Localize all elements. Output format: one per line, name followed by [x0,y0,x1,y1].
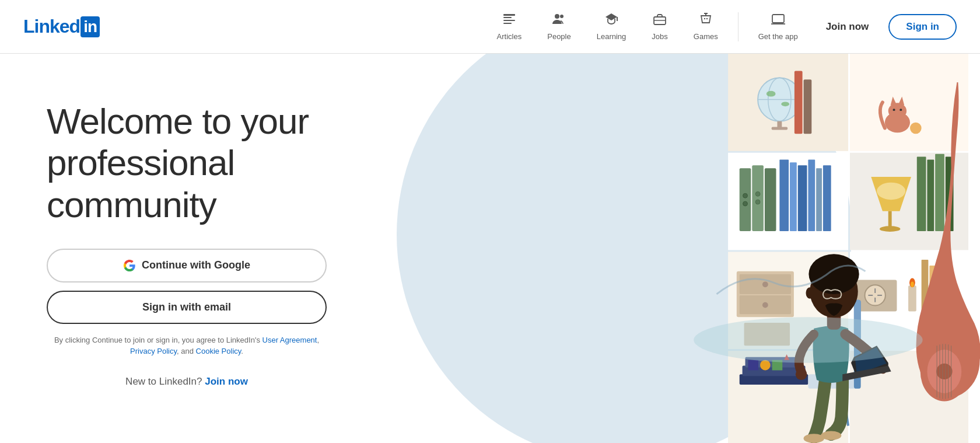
svg-point-37 [893,109,895,111]
articles-icon [502,12,516,30]
svg-rect-73 [908,285,916,311]
svg-rect-48 [790,162,797,231]
svg-point-44 [743,201,748,206]
svg-rect-42 [765,168,776,231]
svg-point-38 [900,109,902,111]
left-panel: Welcome to your professional community C… [0,54,362,443]
svg-point-68 [865,285,886,305]
email-btn-label: Sign in with email [142,301,231,313]
svg-rect-40 [740,168,751,231]
learning-icon [604,12,618,30]
action-buttons: Continue with Google Sign in with email [47,249,327,324]
logo-text: Linked [23,16,80,37]
nav-label-people: People [547,32,570,41]
nav-label-games: Games [694,32,718,41]
svg-rect-31 [794,71,803,134]
svg-point-63 [762,281,768,287]
email-signin-button[interactable]: Sign in with email [47,291,327,324]
svg-point-89 [936,364,952,379]
svg-point-27 [766,91,776,97]
svg-rect-3 [503,23,512,24]
nav-item-jobs[interactable]: Jobs [641,8,678,46]
svg-point-45 [755,191,760,196]
logo-area[interactable]: Linkedin [23,16,100,37]
nav-label-learning: Learning [597,32,626,41]
svg-point-34 [888,103,907,118]
nav-label-articles: Articles [497,32,522,41]
logo-in-box: in [80,16,100,37]
svg-rect-59 [935,154,944,231]
svg-rect-83 [748,360,758,371]
svg-rect-50 [808,159,815,231]
svg-rect-14 [772,15,784,23]
svg-rect-57 [917,157,926,232]
join-now-link[interactable]: Join now [205,376,248,387]
google-signin-button[interactable]: Continue with Google [47,249,327,282]
svg-point-65 [762,302,768,308]
header: Linkedin Articles People Learning [0,0,980,54]
nav-item-games[interactable]: Games [683,8,729,46]
svg-rect-32 [804,79,812,134]
svg-rect-49 [798,165,807,231]
main-nav: Articles People Learning Jobs [487,8,808,46]
main-content: Welcome to your professional community C… [0,54,980,443]
terms-text: By clicking Continue to join or sign in,… [47,334,327,357]
svg-point-103 [821,431,841,440]
new-to-linkedin-text: New to LinkedIn? Join now [47,376,327,388]
svg-point-46 [755,200,760,204]
svg-rect-51 [816,168,822,231]
svg-rect-0 [503,14,515,16]
svg-rect-2 [503,20,515,21]
nav-label-get-app: Get the app [758,32,798,41]
svg-point-109 [694,317,922,362]
svg-point-12 [704,18,705,19]
svg-point-56 [877,183,905,200]
svg-point-5 [560,15,564,18]
headline: Welcome to your professional community [47,100,327,225]
svg-rect-30 [772,127,788,130]
svg-point-43 [743,193,748,198]
linkedin-logo: Linkedin [23,16,100,37]
people-icon [552,12,566,30]
nav-item-get-app[interactable]: Get the app [748,8,808,46]
svg-point-28 [781,102,789,106]
right-panel [362,54,980,443]
svg-point-13 [706,18,708,19]
svg-rect-54 [888,211,892,228]
cookie-policy-link[interactable]: Cookie Policy [196,347,242,355]
header-right: Join now Sign in [816,14,957,40]
nav-divider [738,12,738,41]
join-now-button[interactable]: Join now [816,15,880,39]
nav-item-people[interactable]: People [537,8,581,46]
nav-item-articles[interactable]: Articles [487,8,533,46]
nav-label-jobs: Jobs [652,32,667,41]
svg-point-75 [911,281,914,287]
jobs-icon [653,12,667,30]
laptop-icon [771,12,785,30]
svg-point-55 [880,226,900,232]
svg-rect-17 [850,54,968,151]
sign-in-button[interactable]: Sign in [888,14,957,40]
svg-point-4 [555,14,559,19]
google-g-icon [123,259,136,272]
svg-point-107 [808,254,859,294]
games-icon [699,12,713,30]
svg-point-39 [910,123,922,134]
svg-rect-41 [752,165,764,231]
svg-point-108 [806,287,814,299]
svg-point-104 [796,368,807,380]
svg-rect-1 [503,17,512,18]
google-btn-label: Continue with Google [142,259,250,271]
hero-illustration [362,54,980,443]
privacy-policy-link[interactable]: Privacy Policy [130,347,177,355]
user-agreement-link[interactable]: User Agreement [262,336,317,344]
svg-marker-6 [606,13,617,20]
svg-rect-52 [823,165,831,231]
svg-rect-47 [779,159,789,231]
nav-item-learning[interactable]: Learning [586,8,637,46]
svg-point-84 [760,360,771,371]
svg-rect-58 [927,159,934,231]
